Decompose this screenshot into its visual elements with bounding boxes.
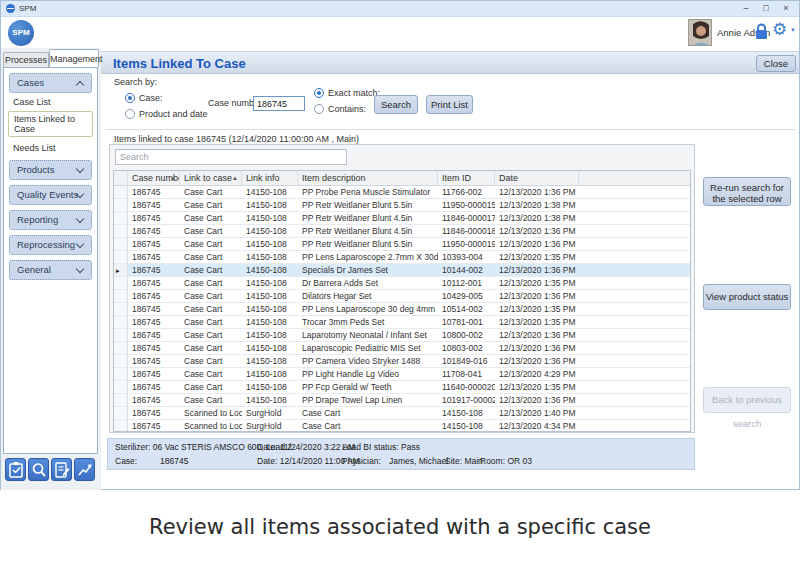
table-row[interactable]: 186745Case Cart14150-108PP Lens Laparosc… — [114, 303, 690, 316]
case-number-input[interactable] — [253, 96, 305, 111]
row-selector-cell[interactable] — [114, 407, 128, 419]
avatar[interactable] — [688, 19, 712, 46]
table-filter-input[interactable] — [115, 149, 347, 165]
row-selector-cell[interactable] — [114, 355, 128, 367]
close-button[interactable]: Close — [756, 55, 796, 72]
radio-exact-match[interactable] — [314, 88, 324, 98]
table-row[interactable]: 186745Case Cart14150-108Dilators Hegar S… — [114, 290, 690, 303]
row-selector-cell[interactable] — [114, 251, 128, 263]
sidebar-section-reporting[interactable]: Reporting — [9, 210, 92, 230]
row-selector-cell[interactable] — [114, 303, 128, 315]
column-header-date[interactable]: Date — [495, 171, 579, 185]
row-selector-cell[interactable] — [114, 225, 128, 237]
print-list-button[interactable]: Print List — [426, 95, 473, 114]
lock-icon[interactable] — [754, 23, 769, 40]
cell-link-to-case: Case Cart — [180, 238, 242, 250]
cell-link-info: 14150-108 — [242, 303, 298, 315]
worklist-edit-icon[interactable] — [51, 458, 72, 481]
table-row[interactable]: 186745Case Cart14150-108Dr Barrera Adds … — [114, 277, 690, 290]
column-header-link-to-case[interactable]: Link to case ▲ — [180, 171, 242, 185]
spm-logo: SPM — [8, 20, 34, 46]
row-selector-cell[interactable] — [114, 238, 128, 250]
minimize-icon[interactable]: – — [737, 2, 755, 15]
search-by-label: Search by: — [114, 77, 157, 87]
column-header-item-id[interactable]: Item ID — [438, 171, 495, 185]
results-table-container: Case number ▲ Link to case ▲ Link info I… — [109, 144, 695, 433]
gear-icon[interactable]: ⚙ — [772, 19, 787, 40]
radio-exact-match-label[interactable]: Exact match: — [328, 88, 380, 98]
table-row[interactable]: 186745Case Cart14150-108Laparoscopic Ped… — [114, 342, 690, 355]
table-row[interactable]: 186745Case Cart14150-108PP Camera Video … — [114, 355, 690, 368]
cell-date: 12/13/2020 1:36 PM — [495, 225, 579, 237]
column-header-case-number[interactable]: Case number ▲ — [128, 171, 180, 185]
row-selector-cell[interactable] — [114, 342, 128, 354]
view-product-status-button[interactable]: View product status — [703, 284, 791, 310]
cell-filler — [579, 368, 690, 380]
selected-row-marker-icon[interactable]: ▸ — [114, 264, 128, 276]
sidebar-item-items-linked-to-case[interactable]: Items Linked to Case — [8, 111, 93, 137]
sidebar-item-case-list[interactable]: Case List — [4, 93, 97, 109]
table-row[interactable]: 186745Case Cart14150-108PP Retr Weitlane… — [114, 225, 690, 238]
radio-case[interactable] — [125, 93, 135, 103]
row-selector-cell[interactable] — [114, 381, 128, 393]
radio-product-and-date[interactable] — [125, 109, 135, 119]
tasks-clipboard-icon[interactable] — [5, 458, 26, 481]
table-row[interactable]: 186745Case Cart14150-108PP Retr Weitlane… — [114, 199, 690, 212]
table-row[interactable]: 186745Case Cart14150-108PP Retr Weitlane… — [114, 212, 690, 225]
title-bar[interactable]: SPM – □ × — [1, 1, 799, 17]
table-row[interactable]: 186745Case Cart14150-108PP Light Handle … — [114, 368, 690, 381]
cell-date: 12/13/2020 1:35 PM — [495, 316, 579, 328]
row-selector-cell[interactable] — [114, 329, 128, 341]
row-selector-cell[interactable] — [114, 420, 128, 432]
cell-item-id: 11950-0000159... — [438, 199, 495, 211]
sidebar-item-needs-list[interactable]: Needs List — [4, 139, 97, 155]
table-row[interactable]: 186745Scanned to LocSurgHoldCase Cart141… — [114, 420, 690, 432]
close-window-icon[interactable]: × — [777, 2, 795, 15]
radio-contains-label[interactable]: Contains: — [328, 104, 366, 114]
table-row[interactable]: 186745Scanned to LocSurgHoldCase Cart141… — [114, 407, 690, 420]
row-selector-cell[interactable] — [114, 199, 128, 211]
sidebar-section-products[interactable]: Products — [9, 160, 92, 180]
cell-case-number: 186745 — [128, 407, 180, 419]
sidebar-section-general[interactable]: General — [9, 260, 92, 280]
row-selector-cell[interactable] — [114, 316, 128, 328]
table-row[interactable]: 186745Case Cart14150-108PP Lens Laparosc… — [114, 251, 690, 264]
row-selector-cell[interactable] — [114, 277, 128, 289]
sidebar-section-cases[interactable]: Cases — [9, 73, 92, 93]
chevron-down-icon[interactable]: ▼ — [790, 27, 796, 33]
search-icon[interactable] — [28, 458, 49, 481]
status-line-load: Sterilizer: 06 Vac STERIS AMSCO 600, Loa… — [108, 442, 694, 454]
row-selector-cell[interactable] — [114, 186, 128, 198]
sidebar-section-reprocessing[interactable]: Reprocessing — [9, 235, 92, 255]
row-selector-cell[interactable] — [114, 368, 128, 380]
cell-filler — [579, 264, 690, 276]
row-selector-cell[interactable] — [114, 290, 128, 302]
table-row[interactable]: 186745Case Cart14150-108Trocar 3mm Peds … — [114, 316, 690, 329]
cell-filler — [579, 290, 690, 302]
radio-product-and-date-label[interactable]: Product and date — [139, 109, 208, 119]
sidebar-section-quality-events[interactable]: Quality Events — [9, 185, 92, 205]
tab-management[interactable]: Management — [49, 49, 99, 67]
maximize-icon[interactable]: □ — [757, 2, 775, 15]
tab-processes[interactable]: Processes — [3, 52, 49, 67]
table-row[interactable]: 186745Case Cart14150-108PP Probe Pena Mu… — [114, 186, 690, 199]
table-row[interactable]: 186745Case Cart14150-108PP Retr Weitlane… — [114, 238, 690, 251]
column-header-item-description[interactable]: Item description — [298, 171, 438, 185]
cell-item-description: Laparoscopic Pediatric MIS Set — [298, 342, 438, 354]
trend-chart-icon[interactable] — [74, 458, 95, 481]
radio-case-label[interactable]: Case: — [139, 93, 163, 103]
table-row[interactable]: ▸186745Case Cart14150-108Specials Dr Jam… — [114, 264, 690, 277]
rerun-search-button[interactable]: Re-run search for the selected row — [703, 177, 791, 206]
table-row[interactable]: 186745Case Cart14150-108PP Drape Towel L… — [114, 394, 690, 407]
cell-filler — [579, 316, 690, 328]
column-header-link-info[interactable]: Link info — [242, 171, 298, 185]
page-title: Items Linked To Case — [113, 56, 246, 71]
row-selector-cell[interactable] — [114, 212, 128, 224]
row-selector-cell[interactable] — [114, 394, 128, 406]
radio-contains[interactable] — [314, 104, 324, 114]
table-row[interactable]: 186745Case Cart14150-108Laparotomy Neona… — [114, 329, 690, 342]
cell-case-number: 186745 — [128, 316, 180, 328]
search-button[interactable]: Search — [374, 95, 418, 114]
cell-filler — [579, 329, 690, 341]
table-row[interactable]: 186745Case Cart14150-108PP Fcp Gerald w/… — [114, 381, 690, 394]
